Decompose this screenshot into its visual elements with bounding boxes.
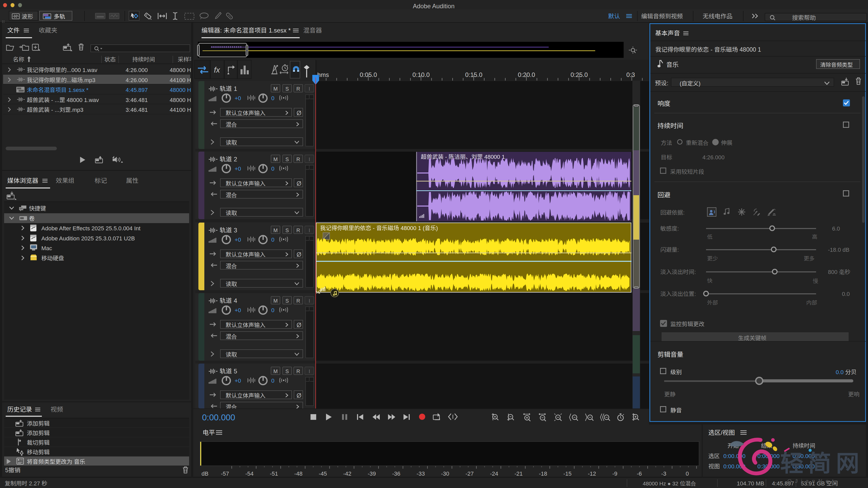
- svg-text:轻简网: 轻简网: [780, 445, 864, 478]
- svg-text:QJianNet: QJianNet: [787, 478, 837, 484]
